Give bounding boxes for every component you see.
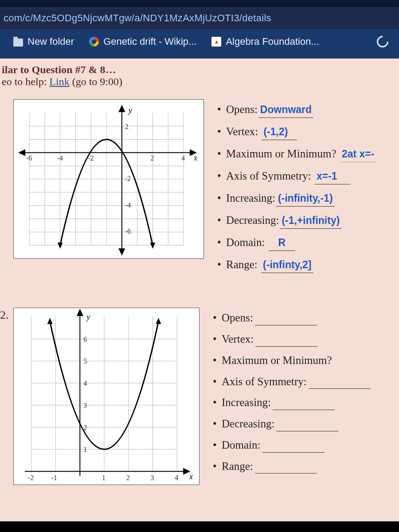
answer-increasing: (-infinity,-1) — [276, 192, 335, 207]
svg-text:x: x — [189, 472, 193, 481]
bookmark-label: Algebra Foundation... — [226, 36, 319, 47]
svg-text:-6: -6 — [26, 154, 32, 162]
worksheet-page: ilar to Question #7 & 8… eo to help: Lin… — [0, 59, 399, 521]
svg-text:-2: -2 — [28, 474, 34, 481]
svg-text:1: 1 — [83, 446, 87, 454]
graph-1-container: y x -6-4-2 24 2-2 -4-6 — [12, 98, 206, 262]
blank-range[interactable] — [255, 465, 317, 473]
bookmark-new-folder[interactable]: New folder — [13, 36, 74, 47]
header-text: eo to help: — [2, 76, 49, 87]
prop-increasing: Increasing:(-infinity,-1) — [217, 191, 399, 207]
svg-text:-6: -6 — [125, 227, 131, 235]
prop-axis: Axis of Symmetry: x=-1 — [217, 168, 399, 184]
prop-axis: Axis of Symmetry: — [213, 374, 399, 389]
svg-text:3: 3 — [151, 474, 154, 481]
svg-text:2: 2 — [150, 154, 154, 162]
answer-axis: x=-1 — [315, 169, 350, 184]
svg-text:y: y — [128, 106, 132, 115]
blank-vertex[interactable] — [255, 338, 317, 347]
svg-text:4: 4 — [181, 154, 185, 162]
svg-text:y: y — [86, 313, 90, 321]
bookmark-algebra-foundation[interactable]: ▲ Algebra Foundation... — [211, 36, 319, 47]
prop-opens: Opens: — [213, 310, 399, 325]
svg-text:-4: -4 — [57, 154, 63, 162]
tab-strip-fragment — [0, 0, 399, 8]
blank-axis[interactable] — [309, 380, 371, 389]
question-number: 2. — [0, 306, 12, 322]
url-text: com/c/Mzc5ODg5NjcwMTgw/a/NDY1MzAxMjUzOTI… — [4, 12, 271, 23]
prop-domain: Domain: — [213, 438, 399, 453]
parabola-graph-1: y x -6-4-2 24 2-2 -4-6 — [13, 99, 204, 259]
answer-opens: Downward — [258, 103, 313, 118]
google-icon — [89, 37, 99, 47]
parabola-graph-2: y x -2-1 12 34 12 34 56 — [13, 308, 200, 485]
prop-range: Range: — [213, 459, 399, 474]
doc-icon: ▲ — [211, 37, 221, 47]
answer-decreasing: (-1,+infinity) — [280, 214, 341, 229]
svg-text:2: 2 — [125, 123, 129, 130]
address-bar[interactable]: com/c/Mzc5ODg5NjcwMTgw/a/NDY1MzAxMjUzOTI… — [0, 8, 399, 29]
svg-text:6: 6 — [83, 336, 87, 343]
blank-decreasing[interactable] — [276, 422, 338, 431]
prop-domain: Domain: R — [217, 235, 399, 251]
svg-text:-2: -2 — [125, 175, 131, 182]
header-line-2: eo to help: Link (go to 9:00) — [2, 76, 397, 88]
worksheet-header: ilar to Question #7 & 8… eo to help: Lin… — [0, 59, 399, 90]
bookmark-genetic-drift[interactable]: Genetic drift - Wikip... — [89, 36, 196, 47]
svg-text:5: 5 — [83, 358, 87, 365]
graph-2-container: y x -2-1 12 34 12 34 56 — [12, 306, 201, 489]
prop-vertex: Vertex: (-1,2) — [217, 124, 399, 140]
question-2-row: 2. — [0, 306, 399, 489]
svg-text:2: 2 — [126, 474, 130, 481]
svg-text:-4: -4 — [125, 201, 131, 209]
bookmark-label: New folder — [27, 36, 74, 47]
svg-rect-41 — [14, 308, 199, 485]
answer-vertex: (-1,2) — [262, 125, 297, 140]
svg-text:4: 4 — [83, 379, 87, 387]
question-number — [0, 98, 12, 100]
svg-text:1: 1 — [102, 474, 106, 481]
folder-icon — [13, 39, 23, 47]
svg-text:x: x — [193, 153, 197, 162]
prop-decreasing: Decreasing: — [213, 416, 399, 431]
prop-maxmin: Maximum or Minimum? 2at x=- — [217, 146, 399, 162]
bookmarks-bar: New folder Genetic drift - Wikip... ▲ Al… — [0, 29, 399, 54]
header-line-1: ilar to Question #7 & 8… — [2, 64, 397, 76]
prop-opens: Opens:Downward — [217, 102, 399, 118]
footer-black-strip — [0, 521, 399, 532]
blank-increasing[interactable] — [273, 401, 335, 410]
svg-text:-1: -1 — [51, 474, 57, 481]
prop-vertex: Vertex: — [213, 332, 399, 347]
properties-list-2: Opens: Vertex: Maximum or Minimum? Axis … — [201, 306, 399, 480]
answer-domain: R — [269, 236, 295, 251]
properties-list-1: Opens:Downward Vertex: (-1,2) Maximum or… — [206, 98, 399, 279]
svg-text:3: 3 — [83, 402, 87, 409]
help-link[interactable]: Link — [49, 76, 69, 87]
prop-maxmin: Maximum or Minimum? — [213, 353, 399, 368]
prop-increasing: Increasing: — [213, 395, 399, 410]
refresh-icon[interactable] — [375, 34, 391, 50]
svg-text:4: 4 — [175, 474, 178, 481]
blank-opens[interactable] — [255, 317, 317, 325]
answer-maxmin: 2at x=- — [340, 147, 376, 162]
answer-range: (-infinty,2] — [261, 258, 313, 273]
prop-decreasing: Decreasing:(-1,+infinity) — [217, 213, 399, 229]
svg-text:2: 2 — [83, 424, 87, 431]
header-text: (go to 9:00) — [70, 76, 122, 87]
bookmark-label: Genetic drift - Wikip... — [103, 36, 196, 47]
prop-range: Range: (-infinty,2] — [217, 257, 399, 273]
blank-domain[interactable] — [262, 444, 325, 453]
question-1-row: y x -6-4-2 24 2-2 -4-6 Opens:Downward Ve… — [0, 98, 399, 279]
